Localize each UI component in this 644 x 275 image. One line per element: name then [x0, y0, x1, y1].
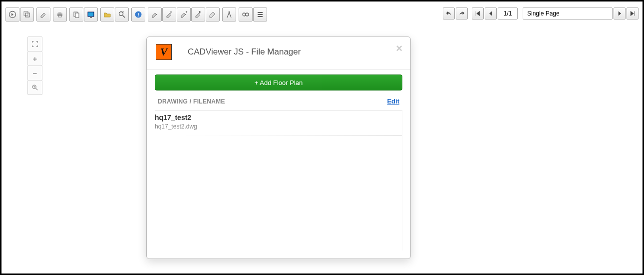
svg-rect-5: [58, 16, 61, 17]
list-header-label: DRAWING / FILENAME: [158, 98, 225, 105]
zoom-extents-icon[interactable]: [27, 36, 42, 52]
next-page-icon[interactable]: [614, 8, 626, 20]
file-filename-label: hq17_test2.dwg: [155, 123, 402, 130]
svg-rect-1: [24, 12, 28, 16]
eraser-minus-icon[interactable]: [162, 8, 176, 22]
file-manager-modal: V CADViewer JS - File Manager × + Add Fl…: [146, 36, 411, 259]
first-page-icon[interactable]: [472, 8, 484, 20]
copy-icon[interactable]: [69, 8, 83, 22]
close-icon[interactable]: ×: [396, 42, 402, 55]
list-item[interactable]: hq17_test2 hq17_test2.dwg: [155, 110, 402, 136]
eraser-star-icon[interactable]: ✦: [177, 8, 191, 22]
svg-point-22: [243, 13, 246, 16]
zoom-window-icon[interactable]: [27, 80, 42, 95]
menu-icon[interactable]: [253, 8, 267, 22]
svg-rect-9: [90, 17, 92, 18]
list-header: DRAWING / FILENAME Edit: [155, 90, 402, 110]
svg-text:i: i: [138, 12, 139, 18]
svg-point-23: [246, 13, 249, 16]
zoom-in-icon[interactable]: +: [27, 51, 42, 66]
layers-icon[interactable]: [20, 8, 34, 22]
undo-icon[interactable]: [443, 8, 455, 20]
add-floor-plan-button[interactable]: + Add Floor Plan: [155, 74, 402, 90]
page-controls: [443, 8, 639, 20]
file-name-label: hq17_test2: [155, 114, 402, 122]
modal-header: V CADViewer JS - File Manager ×: [147, 37, 410, 70]
eraser-a-icon[interactable]: [148, 8, 162, 22]
screen-icon[interactable]: [84, 8, 98, 22]
svg-line-20: [227, 12, 229, 18]
svg-rect-8: [88, 12, 94, 16]
eraser-big-icon[interactable]: [206, 8, 220, 22]
svg-rect-4: [58, 12, 61, 14]
modal-title: CADViewer JS - File Manager: [188, 47, 301, 57]
main-toolbar: T i ✦: [5, 8, 268, 22]
file-list[interactable]: hq17_test2 hq17_test2.dwg: [155, 110, 402, 250]
svg-text:✦: ✦: [185, 10, 188, 14]
zoom-panel: + −: [27, 36, 42, 95]
edit-link[interactable]: Edit: [387, 98, 399, 105]
eraser-plus-icon[interactable]: [191, 8, 205, 22]
redo-icon[interactable]: [456, 8, 468, 20]
prev-page-icon[interactable]: [485, 8, 497, 20]
zoom-text-icon[interactable]: T: [115, 8, 129, 22]
svg-line-11: [123, 16, 125, 18]
arrow-right-circle-icon[interactable]: [5, 8, 19, 22]
page-number-input[interactable]: [498, 8, 518, 20]
compass-icon[interactable]: [222, 8, 236, 22]
info-icon[interactable]: i: [131, 8, 145, 22]
view-mode-select[interactable]: [523, 8, 613, 20]
svg-line-28: [36, 88, 38, 90]
svg-rect-2: [25, 13, 29, 17]
print-icon[interactable]: [53, 8, 67, 22]
zoom-out-icon[interactable]: −: [27, 66, 42, 80]
modal-body: + Add Floor Plan DRAWING / FILENAME Edit…: [147, 70, 410, 258]
app-logo-icon: V: [156, 44, 172, 60]
folder-open-icon[interactable]: [100, 8, 114, 22]
svg-text:T: T: [122, 11, 124, 14]
svg-line-21: [229, 12, 231, 18]
svg-rect-7: [75, 13, 79, 18]
link-icon[interactable]: [239, 8, 253, 22]
eraser-small-icon[interactable]: [36, 8, 50, 22]
last-page-icon[interactable]: [627, 8, 639, 20]
